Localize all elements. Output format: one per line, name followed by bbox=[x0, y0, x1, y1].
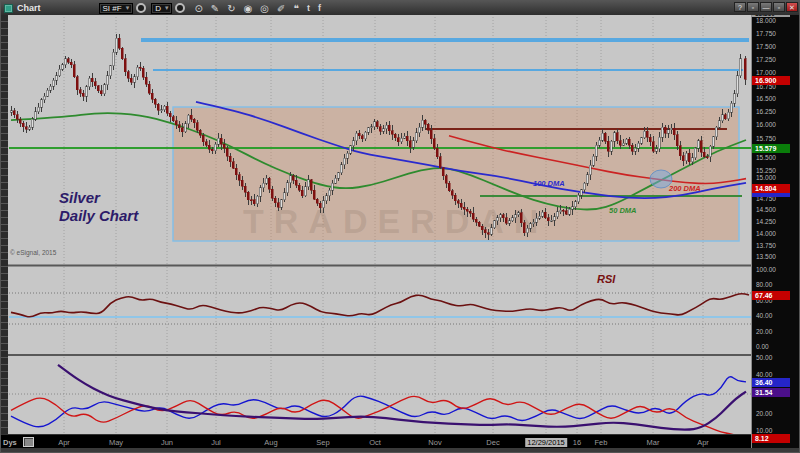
symbol-input[interactable]: SI #F ▾ bbox=[99, 3, 134, 14]
price-scale[interactable]: 18.25018.00017.75017.50017.25017.00016.7… bbox=[751, 15, 800, 448]
interval-input[interactable]: D ▾ bbox=[151, 3, 172, 14]
chart-window: Chart SI #F ▾ D ▾ ⊙✎↻◉◎✐❝tf ?▫—▫✕ TRADER… bbox=[0, 0, 800, 453]
scale-label: 14.000 bbox=[756, 230, 776, 237]
200-dma-label: 200 DMA bbox=[668, 184, 701, 193]
scale-label: 20.00 bbox=[756, 328, 772, 335]
scale-label: 40.00 bbox=[756, 371, 772, 378]
scale-label: 14.250 bbox=[756, 218, 776, 225]
chat-icon[interactable]: ❝ bbox=[293, 3, 298, 14]
scale-badge: 14.804 bbox=[752, 184, 790, 193]
scale-label: 80.00 bbox=[756, 281, 772, 288]
scale-label: 17.000 bbox=[756, 69, 776, 76]
scale-label: 17.250 bbox=[756, 56, 776, 63]
chevron-down-icon[interactable]: ▾ bbox=[126, 4, 130, 12]
scale-label: 15.750 bbox=[756, 135, 776, 142]
month-label: 12/29/2015 bbox=[525, 438, 567, 447]
annotation-line-1: Silver bbox=[59, 189, 138, 207]
minimize-button[interactable]: — bbox=[760, 2, 772, 12]
clock-icon[interactable]: ⊙ bbox=[194, 3, 202, 14]
refresh-icon[interactable]: ↻ bbox=[227, 3, 235, 14]
month-label: Sep bbox=[316, 438, 329, 447]
chart-app-icon bbox=[4, 4, 13, 13]
axis-settings-icon[interactable] bbox=[23, 437, 34, 447]
scale-label: 0.00 bbox=[756, 343, 769, 350]
scale-label: 20.00 bbox=[756, 410, 772, 417]
pen-icon[interactable]: ✐ bbox=[277, 3, 285, 14]
scale-badge: 16.900 bbox=[752, 76, 790, 85]
interval-go-icon[interactable] bbox=[175, 3, 185, 13]
month-label: Apr bbox=[697, 438, 709, 447]
left-edge-strip bbox=[1, 15, 8, 434]
facebook-icon[interactable]: f bbox=[318, 3, 321, 14]
month-label: Nov bbox=[428, 438, 441, 447]
month-label: Aug bbox=[264, 438, 277, 447]
scale-badge: 8.12 bbox=[752, 434, 790, 443]
100-dma-label: 100 DMA bbox=[533, 179, 565, 188]
window-bottom-strip bbox=[1, 448, 800, 453]
month-label: Oct bbox=[369, 438, 381, 447]
month-label: Jul bbox=[211, 438, 221, 447]
maximize-button[interactable]: ▫ bbox=[773, 2, 785, 12]
symbol-go-icon[interactable] bbox=[136, 3, 146, 13]
month-label: Dec bbox=[486, 438, 499, 447]
target-icon[interactable]: ◎ bbox=[260, 3, 269, 14]
scale-badge: 31.54 bbox=[752, 388, 790, 397]
scale-label: 100.00 bbox=[756, 266, 776, 273]
record-icon[interactable]: ◉ bbox=[244, 3, 253, 14]
twitter-icon[interactable]: t bbox=[307, 3, 310, 14]
scale-label: 16.250 bbox=[756, 108, 776, 115]
scale-label: 18.000 bbox=[756, 17, 776, 24]
window-title: Chart bbox=[17, 3, 41, 13]
toolbar: Chart SI #F ▾ D ▾ ⊙✎↻◉◎✐❝tf ?▫—▫✕ bbox=[1, 1, 800, 15]
symbol-value: SI #F bbox=[103, 4, 122, 13]
50-dma-label: 50 DMA bbox=[609, 206, 637, 215]
scale-badge: 67.46 bbox=[752, 291, 790, 300]
scale-label: 40.00 bbox=[756, 312, 772, 319]
month-label: Apr bbox=[58, 438, 70, 447]
scale-label: 15.000 bbox=[756, 174, 776, 181]
scale-label: 16.000 bbox=[756, 121, 776, 128]
close-button[interactable]: ✕ bbox=[786, 2, 798, 12]
month-label: Feb bbox=[595, 438, 608, 447]
chevron-down-icon[interactable]: ▾ bbox=[165, 4, 169, 12]
toolbar-icons: ⊙✎↻◉◎✐❝tf bbox=[190, 3, 324, 14]
scale-label: 17.750 bbox=[756, 30, 776, 37]
scale-label: 17.500 bbox=[756, 43, 776, 50]
scale-label: 50.00 bbox=[756, 354, 772, 361]
rsi-label: RSI bbox=[597, 273, 615, 285]
pencil-icon[interactable]: ✎ bbox=[211, 3, 219, 14]
interval-value: D bbox=[155, 4, 161, 13]
month-label: Mar bbox=[647, 438, 660, 447]
month-label: May bbox=[109, 438, 123, 447]
axis-unit-label: Dys bbox=[3, 438, 17, 447]
copyright-text: © eSignal, 2015 bbox=[10, 249, 56, 256]
scale-badge: 36.40 bbox=[752, 378, 790, 387]
scale-label: 15.500 bbox=[756, 154, 776, 161]
scale-badge: 15.579 bbox=[752, 144, 790, 153]
month-label: Jun bbox=[161, 438, 173, 447]
window-controls: ?▫—▫✕ bbox=[733, 2, 798, 12]
scale-label: 14.500 bbox=[756, 206, 776, 213]
month-label: 16 bbox=[573, 438, 581, 447]
annotation-line-2: Daily Chart bbox=[59, 207, 138, 225]
help-button[interactable]: ? bbox=[734, 2, 746, 12]
time-axis: Dys AprMayJunJulAugSepOctNovDec12/29/201… bbox=[1, 434, 800, 448]
pin-button[interactable]: ▫ bbox=[747, 2, 759, 12]
scale-label: 10.00 bbox=[756, 427, 772, 434]
scale-label: 16.500 bbox=[756, 95, 776, 102]
scale-label: 15.250 bbox=[756, 167, 776, 174]
chart-title-annotation: Silver Daily Chart bbox=[59, 189, 138, 225]
scale-label: 13.750 bbox=[756, 242, 776, 249]
scale-label: 13.500 bbox=[756, 253, 776, 260]
